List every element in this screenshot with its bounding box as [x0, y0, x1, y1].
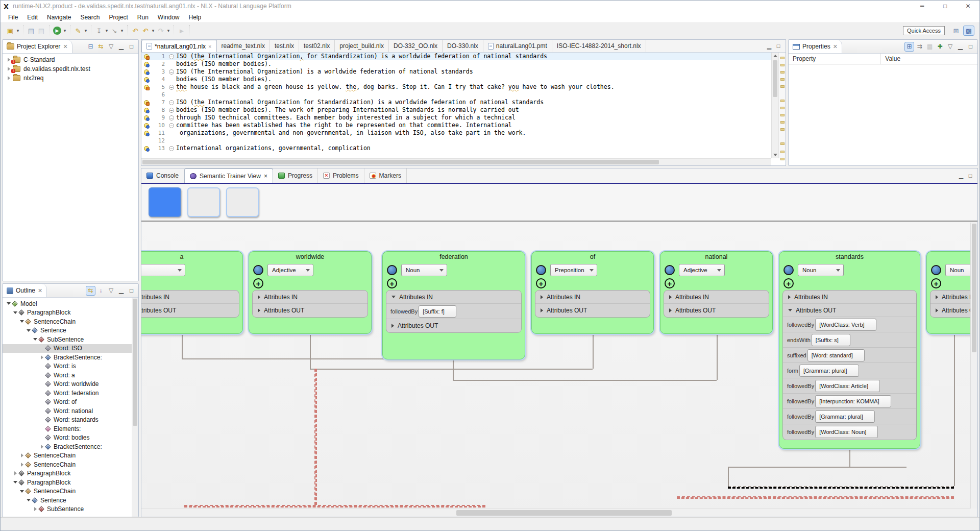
attributes-in-section[interactable]: Attributes IN [141, 291, 239, 304]
code-line[interactable]: 5−the house is black and a green house i… [141, 83, 771, 91]
dropdown-arrow-icon[interactable]: ▾ [166, 28, 171, 33]
attributes-out-section[interactable]: Attributes OUT [664, 304, 769, 317]
word-card-national[interactable]: nationalAdjective+Attributes INAttribute… [660, 251, 773, 334]
new-wizard-icon[interactable]: ▣ [5, 26, 15, 36]
add-attribute-button[interactable]: + [253, 278, 263, 288]
tree-view-icon[interactable]: ⊞ [904, 42, 914, 52]
minimize-icon[interactable]: ▁ [955, 42, 965, 52]
add-attribute-button[interactable]: + [387, 278, 397, 288]
attributes-in-section[interactable]: Attributes IN [535, 291, 650, 304]
editor-horizontal-scrollbar[interactable] [141, 158, 771, 165]
save-icon[interactable]: ▤ [26, 26, 36, 36]
code-line[interactable]: 1−ISO (the International Organization, f… [141, 53, 771, 60]
ruler-annotation[interactable] [780, 100, 785, 102]
open-perspective-icon[interactable]: ⊞ [950, 26, 962, 36]
outline-tab[interactable]: Outline ✕ [3, 284, 47, 297]
view-tab-problems[interactable]: Problems [318, 168, 364, 183]
outline-item[interactable]: SubSentence [3, 505, 138, 514]
close-button[interactable]: ✕ [957, 1, 979, 12]
menu-run[interactable]: Run [133, 13, 153, 22]
project-explorer-tab[interactable]: Project Explorer ✕ [3, 40, 72, 53]
code-line[interactable]: 2bodies (ISO member bodies). [141, 60, 771, 68]
code-line[interactable]: 13−International organizations, governme… [141, 144, 771, 152]
code-line[interactable]: 10−committee has been established has th… [141, 122, 771, 129]
maximize-icon[interactable]: □ [966, 42, 975, 52]
project-item[interactable]: de.validas.spedit.nlx.test [3, 64, 138, 74]
menu-window[interactable]: Window [153, 13, 184, 22]
outline-item[interactable]: SentenceChain [3, 460, 138, 469]
editor-body[interactable]: 1−ISO (the International Organization, f… [141, 53, 786, 165]
value-column-header[interactable]: Value [881, 54, 904, 64]
attributes-out-section[interactable]: Attributes OUT [386, 319, 521, 332]
fold-icon[interactable]: − [167, 100, 176, 105]
outline-item[interactable]: ParagraphBlock [3, 478, 138, 487]
dropdown-arrow-icon[interactable]: ▾ [151, 28, 156, 33]
editor-overview-ruler[interactable] [778, 53, 786, 158]
attribute-value-dropdown[interactable]: [Grammar: plural] [815, 411, 875, 423]
ruler-annotation[interactable] [780, 158, 785, 160]
ruler-annotation[interactable] [780, 114, 785, 116]
trainer-horizontal-scrollbar[interactable] [141, 509, 970, 517]
view-tab-console[interactable]: Console [141, 168, 184, 183]
editor-tab[interactable]: naturalLang01.pmt [483, 40, 552, 52]
dropdown-arrow-icon[interactable]: ▾ [83, 28, 88, 33]
code-line[interactable]: 7−ISO (the International Organization fo… [141, 99, 771, 106]
word-card-federation[interactable]: federationNoun+Attributes INfollowedBy[S… [382, 251, 525, 359]
minimize-icon[interactable]: ▁ [116, 286, 126, 296]
code-area[interactable]: 1−ISO (the International Organization, f… [141, 53, 771, 158]
attributes-in-section[interactable]: Attributes IN [783, 291, 916, 304]
maximize-icon[interactable]: □ [774, 43, 783, 49]
menu-edit[interactable]: Edit [22, 13, 42, 22]
pin-icon[interactable]: ✚ [935, 42, 945, 52]
code-line[interactable]: 12 [141, 137, 771, 144]
ruler-annotation[interactable] [780, 128, 785, 131]
attribute-value-dropdown[interactable]: [WordClass: Noun] [815, 426, 878, 438]
trainer-page-thumbnail-2[interactable] [187, 187, 220, 217]
editor-tab[interactable]: DO-330.nlx [443, 40, 483, 52]
outline-item[interactable]: BracketSentence: [3, 442, 138, 451]
minimize-icon[interactable]: ▁ [957, 173, 966, 179]
word-card-worldwide[interactable]: worldwideAdjective+Attributes INAttribut… [249, 251, 372, 334]
editor-tab[interactable]: project_build.nlx [335, 40, 389, 52]
attributes-in-section[interactable]: Attributes IN [930, 291, 970, 304]
add-attribute-button[interactable]: + [931, 278, 941, 288]
attributes-out-section[interactable]: Attributes OUT [535, 304, 650, 317]
import-history-icon[interactable]: ↘ [109, 26, 119, 36]
chevron-right-icon[interactable] [5, 76, 13, 80]
word-card-of[interactable]: ofPreposition+Attributes INAttributes OU… [531, 251, 654, 334]
dropdown-arrow-icon[interactable]: ▾ [62, 28, 67, 33]
add-attribute-button[interactable]: + [665, 278, 675, 288]
attributes-out-section[interactable]: Attributes OUT [141, 304, 239, 317]
back-icon[interactable]: ↶ [140, 26, 151, 36]
outline-item[interactable]: Word: national [3, 406, 138, 416]
attributes-in-section[interactable]: Attributes IN [664, 291, 769, 304]
close-icon[interactable]: ✕ [833, 43, 838, 50]
node-port-icon[interactable] [783, 265, 794, 275]
outline-item[interactable]: Word: a [3, 371, 138, 380]
editor-tab[interactable]: *naturalLang01.nlx× [141, 40, 217, 52]
attribute-value-dropdown[interactable]: [Word: standard] [807, 349, 865, 361]
ruler-annotation[interactable] [780, 57, 785, 59]
property-column-header[interactable]: Property [789, 54, 881, 64]
restore-icon[interactable]: ▦ [925, 42, 935, 52]
minimize-icon[interactable]: ▁ [765, 43, 774, 50]
close-icon[interactable]: ✕ [38, 287, 42, 294]
outline-scrollbar[interactable] [132, 298, 138, 517]
close-icon[interactable]: × [208, 43, 211, 50]
project-item[interactable]: C-Standard [3, 55, 138, 64]
word-class-dropdown[interactable]: Noun [798, 264, 844, 276]
node-port-icon[interactable] [536, 265, 546, 275]
minimize-icon[interactable]: ▁ [116, 42, 126, 52]
word-class-dropdown[interactable]: Noun [401, 264, 447, 276]
editor-vertical-scrollbar[interactable] [771, 53, 778, 158]
trainer-vertical-scrollbar[interactable] [970, 223, 977, 509]
word-class-dropdown[interactable] [141, 264, 185, 276]
node-port-icon[interactable] [665, 265, 675, 275]
word-class-dropdown[interactable]: Adjective [679, 264, 725, 276]
attribute-value-dropdown[interactable]: [WordClass: Verb] [815, 319, 876, 331]
import-down-icon[interactable]: ↧ [94, 26, 104, 36]
outline-item[interactable]: ParagraphBlock [3, 308, 138, 318]
dropdown-arrow-icon[interactable]: ▾ [119, 28, 125, 33]
attributes-out-section[interactable]: Attributes OUT [930, 304, 970, 317]
attributes-in-section[interactable]: Attributes IN [386, 291, 521, 304]
